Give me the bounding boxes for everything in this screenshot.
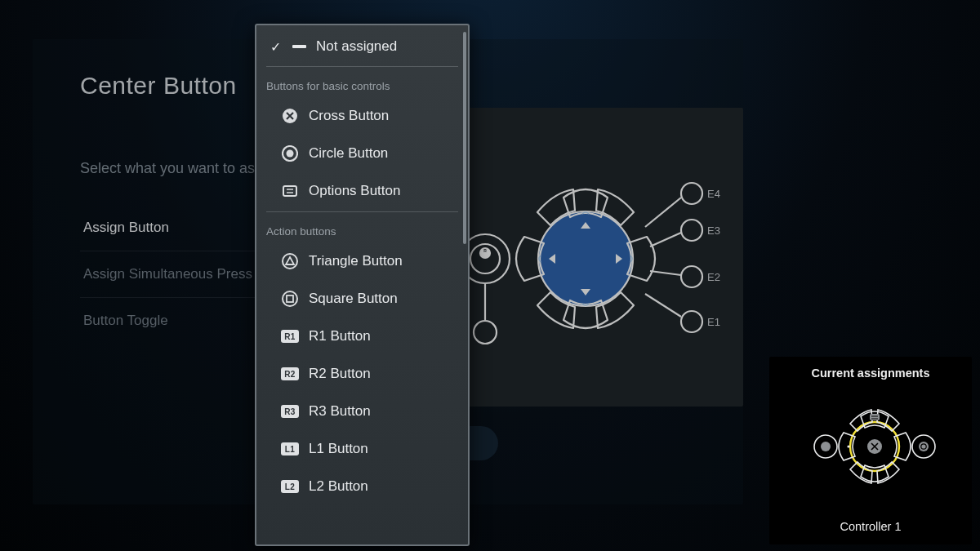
group-basic-controls: Buttons for basic controls xyxy=(256,69,468,97)
option-label: L2 Button xyxy=(309,478,457,495)
menu-assign-simultaneous[interactable]: Assign Simultaneous Press xyxy=(80,251,268,298)
svg-line-11 xyxy=(650,271,681,275)
ext-label-e1: E1 xyxy=(707,316,720,328)
controller-diagram: R xyxy=(467,149,720,369)
mini-title: Current assignments xyxy=(811,367,929,380)
option-circle[interactable]: Circle Button xyxy=(256,135,468,172)
svg-rect-23 xyxy=(287,295,293,302)
ext-label-e3: E3 xyxy=(707,224,720,237)
option-label: Square Button xyxy=(309,291,457,307)
separator xyxy=(266,211,458,212)
ext-label-e4: E4 xyxy=(707,188,720,200)
option-triangle[interactable]: Triangle Button xyxy=(256,242,468,280)
l1-badge-icon: L1 xyxy=(281,440,299,458)
mini-controller-diagram xyxy=(793,388,948,502)
option-label: L1 Button xyxy=(309,441,457,457)
option-label: Options Button xyxy=(309,183,457,199)
svg-point-1 xyxy=(467,234,510,283)
svg-line-13 xyxy=(645,294,681,317)
options-icon xyxy=(281,182,299,200)
svg-point-31 xyxy=(821,442,831,451)
scrollbar[interactable] xyxy=(463,32,466,244)
side-menu: Assign Button Assign Simultaneous Press … xyxy=(80,205,268,344)
svg-rect-18 xyxy=(283,186,296,196)
current-assignments-card: Current assignments xyxy=(769,357,972,544)
check-icon: ✓ xyxy=(268,39,283,55)
r3-badge-icon: R3 xyxy=(281,402,299,420)
r1-badge-icon: R1 xyxy=(281,327,299,345)
option-square[interactable]: Square Button xyxy=(256,280,468,318)
option-label: R2 Button xyxy=(309,366,457,382)
svg-point-14 xyxy=(681,311,702,332)
svg-point-29 xyxy=(847,445,849,447)
svg-point-33 xyxy=(919,442,929,451)
circle-icon xyxy=(281,144,299,162)
menu-button-toggle[interactable]: Button Toggle xyxy=(80,298,268,344)
dash-icon xyxy=(292,45,306,48)
assign-dropdown[interactable]: ✓ Not assigned Buttons for basic control… xyxy=(255,24,470,546)
option-label: Triangle Button xyxy=(309,253,457,269)
option-r1[interactable]: R1 R1 Button xyxy=(256,318,468,355)
option-r2[interactable]: R2 R2 Button xyxy=(256,355,468,393)
menu-assign-button[interactable]: Assign Button xyxy=(80,205,268,251)
option-label: R3 Button xyxy=(309,403,457,420)
option-label: R1 Button xyxy=(309,328,457,344)
svg-point-17 xyxy=(287,150,294,158)
option-options[interactable]: Options Button xyxy=(256,172,468,210)
cross-icon xyxy=(281,107,299,125)
group-action-buttons: Action buttons xyxy=(256,214,468,242)
option-cross[interactable]: Cross Button xyxy=(256,97,468,135)
separator xyxy=(266,66,458,67)
l2-badge-icon: L2 xyxy=(281,478,299,495)
triangle-icon xyxy=(281,252,299,270)
svg-point-10 xyxy=(681,220,702,241)
option-l2[interactable]: L2 L2 Button xyxy=(256,468,468,505)
svg-line-9 xyxy=(650,233,681,247)
option-label: Not assigned xyxy=(316,38,457,55)
r2-badge-icon: R2 xyxy=(281,365,299,383)
svg-text:R: R xyxy=(483,248,487,253)
option-l1[interactable]: L1 L1 Button xyxy=(256,430,468,468)
svg-rect-26 xyxy=(870,414,880,420)
option-label: Circle Button xyxy=(309,145,457,162)
option-not-assigned[interactable]: ✓ Not assigned xyxy=(256,29,468,64)
svg-point-22 xyxy=(283,291,297,306)
option-label: Cross Button xyxy=(309,108,457,124)
mini-footer: Controller 1 xyxy=(840,520,902,538)
svg-point-6 xyxy=(474,321,497,344)
option-r3[interactable]: R3 R3 Button xyxy=(256,393,468,430)
svg-point-8 xyxy=(681,183,702,204)
ext-label-e2: E2 xyxy=(707,271,720,283)
svg-line-7 xyxy=(645,198,681,227)
svg-point-12 xyxy=(681,266,702,287)
square-icon xyxy=(281,290,299,308)
